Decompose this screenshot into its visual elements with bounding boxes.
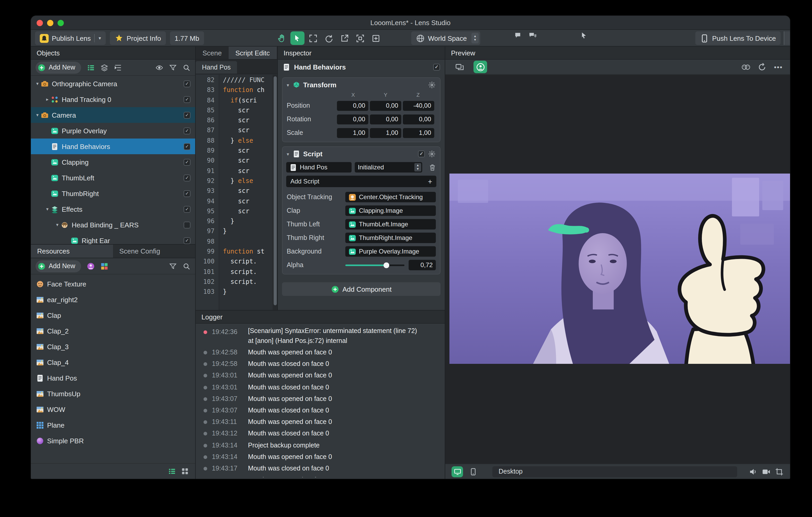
thumb-right-field[interactable]: ThumbRight.Image [345, 233, 436, 243]
visibility-checkbox[interactable]: ✓ [184, 159, 191, 165]
tab-scene-config[interactable]: Scene Config [113, 245, 195, 258]
chevron-down-icon[interactable]: ▾ [44, 207, 51, 212]
file-tab-hand-pos[interactable]: Hand Pos [196, 61, 237, 74]
tree-item-thumbleft[interactable]: ThumbLeft✓ [31, 170, 195, 186]
visibility-checkbox[interactable]: ✓ [184, 96, 191, 103]
log-entry[interactable]: 19:43:01Mouth was closed on face 0 [196, 381, 445, 393]
tree-item-clapping[interactable]: Clapping✓ [31, 154, 195, 170]
visibility-checkbox[interactable]: ✓ [184, 206, 191, 213]
transform-card-header[interactable]: ▾ Transform [283, 78, 440, 92]
code-editor[interactable]: 8283848586878889909192939495969798991001… [196, 75, 277, 310]
rotation-z-input[interactable]: 0,00 [403, 114, 434, 124]
stepper-icon[interactable]: ▲▼ [471, 33, 479, 43]
mirror-screens-button[interactable] [453, 61, 466, 73]
filter-icon[interactable] [169, 262, 177, 270]
tab-scene[interactable]: Scene [196, 47, 229, 59]
pan-hand-tool[interactable] [275, 31, 289, 45]
visibility-checkbox[interactable]: ✓ [184, 127, 191, 134]
scrollbar-thumb[interactable] [273, 76, 277, 305]
resource-item-clap[interactable]: Clap [31, 307, 195, 323]
log-entry[interactable]: 19:43:14Mouth was opened on face 0 [196, 451, 445, 463]
tree-item-purple-overlay[interactable]: Purple Overlay✓ [31, 123, 195, 139]
flatten-layers-icon[interactable] [100, 63, 108, 71]
search-icon[interactable] [182, 63, 191, 71]
log-entry[interactable]: 19:43:12Mouth was closed on face 0 [196, 428, 445, 439]
pointer-mode[interactable] [579, 31, 588, 42]
comment-icon[interactable] [514, 31, 523, 40]
chevron-right-icon[interactable]: ▸ [44, 97, 51, 102]
tree-item-orthographic-camera[interactable]: ▾Orthographic Camera✓ [31, 76, 195, 91]
add-component-button[interactable]: Add Component [282, 282, 440, 296]
scale-y-input[interactable]: 1,00 [370, 128, 401, 138]
device-select[interactable]: Desktop [492, 466, 737, 477]
tree-item-camera[interactable]: ▾Camera✓ [31, 107, 195, 123]
position-z-input[interactable]: -40,00 [403, 101, 434, 111]
visibility-checkbox[interactable]: ✓ [184, 112, 191, 118]
chat-bubbles-icon[interactable] [528, 31, 537, 40]
slider-knob[interactable] [383, 263, 389, 268]
eye-icon[interactable] [155, 63, 163, 71]
event-select[interactable]: Initialized ▲▼ [355, 162, 422, 173]
resource-item-ear-right2[interactable]: ear_right2 [31, 292, 195, 307]
resource-item-hand-pos[interactable]: Hand Pos [31, 370, 195, 386]
collapse-icon[interactable]: ▾ [287, 151, 289, 157]
face-swap-icon[interactable] [742, 62, 751, 71]
add-script-button[interactable]: Add Script + [286, 176, 436, 187]
chevron-down-icon[interactable]: ▾ [34, 81, 41, 86]
log-entry[interactable]: 19:43:07Mouth was opened on face 0 [196, 393, 445, 405]
log-entry[interactable]: 19:43:27Mouth was opened on face 0 [196, 474, 445, 477]
push-to-device-button[interactable]: Push Lens To Device [695, 31, 781, 45]
visibility-checkbox[interactable]: ✓ [184, 237, 191, 244]
visibility-checkbox[interactable] [184, 221, 191, 228]
resource-item-plane[interactable]: Plane [31, 417, 195, 433]
position-y-input[interactable]: 0,00 [370, 101, 401, 111]
stepper-icon[interactable]: ▲▼ [414, 163, 421, 172]
maximize-button[interactable] [58, 20, 64, 26]
avatar-icon[interactable] [87, 262, 94, 270]
webcam-preview-button[interactable] [473, 61, 487, 73]
speaker-icon[interactable] [749, 467, 758, 476]
tree-item-thumbright[interactable]: ThumbRight✓ [31, 186, 195, 201]
visibility-checkbox[interactable]: ✓ [184, 174, 191, 181]
thumb-left-field[interactable]: ThumbLeft.Image [345, 219, 436, 230]
reset-preview-icon[interactable] [758, 62, 767, 71]
chevron-down-icon[interactable]: ▾ [98, 35, 101, 41]
minimize-button[interactable] [47, 20, 53, 26]
tree-item-hand-tracking-0[interactable]: ▸Hand Tracking 0✓ [31, 91, 195, 107]
log-entry[interactable]: 19:43:17Mouth was closed on face 0 [196, 463, 445, 474]
target-tool[interactable] [369, 31, 383, 45]
script-ref-field[interactable]: Hand Pos [286, 162, 352, 173]
log-entry[interactable]: 19:43:11Mouth was opened on face 0 [196, 416, 445, 428]
rotation-y-input[interactable]: 0,00 [370, 114, 401, 124]
grid-view-toggle-icon[interactable] [181, 467, 189, 475]
tree-item-hand-behaviors[interactable]: Hand Behaviors✓ [31, 139, 195, 154]
editor-scrollbar[interactable] [272, 75, 277, 310]
select-tool[interactable] [290, 31, 304, 45]
log-entry[interactable]: 19:42:36[Scenarium] SyntaxError: untermi… [196, 325, 445, 346]
add-new-object-button[interactable]: Add New [36, 61, 81, 73]
rotation-x-input[interactable]: 0,00 [337, 114, 368, 124]
position-x-input[interactable]: 0,00 [337, 101, 368, 111]
phone-mode-button[interactable] [467, 466, 479, 477]
expand-tool[interactable] [306, 31, 320, 45]
scale-x-input[interactable]: 1,00 [337, 128, 368, 138]
resource-item-clap-4[interactable]: Clap_4 [31, 355, 195, 370]
record-video-icon[interactable] [762, 467, 771, 476]
export-tool[interactable] [338, 31, 352, 45]
script-enabled-checkbox[interactable]: ✓ [418, 151, 425, 157]
collapse-icon[interactable]: ▾ [287, 82, 289, 88]
scale-z-input[interactable]: 1,00 [403, 128, 434, 138]
tree-item-effects[interactable]: ▾Effects✓ [31, 201, 195, 217]
tab-resources[interactable]: Resources [31, 245, 113, 258]
visibility-checkbox[interactable]: ✓ [184, 80, 191, 87]
resource-item-thumbsup[interactable]: ThumbsUp [31, 386, 195, 401]
log-entry[interactable]: 19:43:14Project backup complete [196, 439, 445, 451]
gear-icon[interactable] [428, 81, 436, 89]
resource-item-clap-2[interactable]: Clap_2 [31, 323, 195, 339]
list-view-icon[interactable] [87, 63, 94, 71]
publish-lens-button[interactable]: Publish Lens ▾ [35, 31, 106, 45]
tab-script-editor[interactable]: Script Editc [229, 47, 277, 59]
project-info-button[interactable]: Project Info [110, 31, 166, 45]
resource-item-wow[interactable]: WOW [31, 401, 195, 417]
object-enabled-checkbox[interactable]: ✓ [433, 63, 440, 70]
